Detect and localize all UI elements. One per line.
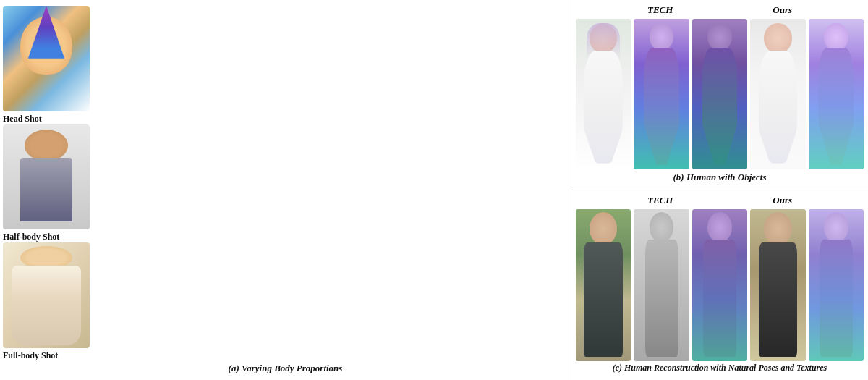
section-c-our-photo <box>750 209 805 361</box>
left-caption: (a) Varying Body Proportions <box>3 361 568 377</box>
full-body-row: Full-body Shot <box>3 242 568 361</box>
section-b-header: TECH Ours <box>576 4 864 16</box>
right-panel: TECH Ours <box>571 0 868 380</box>
section-b-photo <box>576 19 631 169</box>
section-b-images <box>576 19 864 169</box>
full-body-photo <box>3 242 90 348</box>
section-b-tech-label: TECH <box>647 4 673 16</box>
section-c-our-mesh <box>809 209 864 361</box>
head-shot-photo <box>3 6 90 111</box>
section-b-ours-label: Ours <box>773 4 792 16</box>
section-c-tech-label: TECH <box>647 195 673 206</box>
half-body-label: Half-body Shot <box>3 232 59 242</box>
section-c-caption: (c) Human Reconstruction with Natural Po… <box>576 361 864 376</box>
section-b-tech-1 <box>634 19 689 169</box>
section-b-tech-2 <box>692 19 747 169</box>
full-body-label: Full-body Shot <box>3 350 58 361</box>
section-b-caption: (b) Human with Objects <box>576 169 864 185</box>
section-c-header: TECH Ours <box>576 195 864 206</box>
section-c-ours-label: Ours <box>773 195 792 206</box>
head-shot-input: Head Shot <box>3 6 97 124</box>
left-caption-text: (a) Varying Body Proportions <box>229 360 343 375</box>
half-body-input: Half-body Shot <box>3 124 97 243</box>
section-b-our-mesh <box>809 19 864 169</box>
section-c-tech-2 <box>692 209 747 361</box>
section-c: TECH Ours <box>571 190 868 380</box>
full-body-input: Full-body Shot <box>3 242 97 361</box>
section-c-images <box>576 209 864 361</box>
section-c-tech-1 <box>634 209 689 361</box>
left-panel: Head Shot <box>0 0 571 380</box>
head-shot-row: Head Shot <box>3 6 568 124</box>
half-body-row: Half-body Shot <box>3 124 568 243</box>
head-shot-label: Head Shot <box>3 114 42 124</box>
half-body-photo <box>3 124 90 230</box>
section-c-photo <box>576 209 631 361</box>
section-b-our-photo <box>750 19 805 169</box>
section-b: TECH Ours <box>571 0 868 190</box>
